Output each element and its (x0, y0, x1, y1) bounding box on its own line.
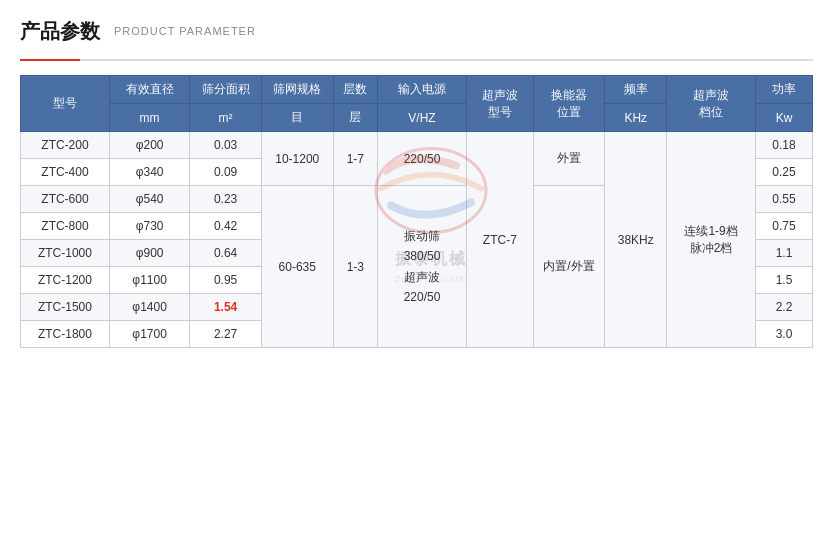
col-layers: 层数 (333, 76, 377, 104)
cell-diameter: φ340 (109, 159, 189, 186)
table-row: ZTC-200 φ200 0.03 10-1200 1-7 220/50 ZTC… (21, 132, 813, 159)
page-header: 产品参数 PRODUCT PARAMETER (20, 18, 813, 45)
cell-area: 0.42 (190, 213, 262, 240)
cell-power: 振动筛380/50超声波220/50 (378, 186, 467, 348)
page-title-en: PRODUCT PARAMETER (114, 25, 256, 39)
cell-area: 0.64 (190, 240, 262, 267)
cell-gear: 连续1-9档脉冲2档 (667, 132, 756, 348)
col-area-unit: m² (190, 104, 262, 132)
cell-watt: 3.0 (756, 321, 813, 348)
cell-watt: 2.2 (756, 294, 813, 321)
cell-diameter: φ1700 (109, 321, 189, 348)
col-freq-unit: KHz (605, 104, 667, 132)
col-power: 输入电源 (378, 76, 467, 104)
cell-mesh: 10-1200 (261, 132, 333, 186)
col-converter: 换能器位置 (533, 76, 605, 132)
cell-model: ZTC-600 (21, 186, 110, 213)
col-layers-unit: 层 (333, 104, 377, 132)
col-model: 型号 (21, 76, 110, 132)
col-diameter: 有效直径 (109, 76, 189, 104)
cell-watt: 0.75 (756, 213, 813, 240)
cell-watt: 1.1 (756, 240, 813, 267)
cell-watt: 1.5 (756, 267, 813, 294)
cell-diameter: φ730 (109, 213, 189, 240)
cell-power: 220/50 (378, 132, 467, 186)
cell-freq: 38KHz (605, 132, 667, 348)
product-table: 型号 有效直径 筛分面积 筛网规格 层数 输入电源 超声波型号 换能器位置 频率… (20, 75, 813, 348)
cell-model: ZTC-1800 (21, 321, 110, 348)
col-power-unit: V/HZ (378, 104, 467, 132)
col-diameter-unit: mm (109, 104, 189, 132)
cell-model: ZTC-1000 (21, 240, 110, 267)
cell-diameter: φ200 (109, 132, 189, 159)
cell-area: 0.23 (190, 186, 262, 213)
cell-watt: 0.18 (756, 132, 813, 159)
col-watt-unit: Kw (756, 104, 813, 132)
cell-model: ZTC-1500 (21, 294, 110, 321)
cell-converter: 外置 (533, 132, 605, 186)
page-title-cn: 产品参数 (20, 18, 100, 45)
col-freq: 频率 (605, 76, 667, 104)
cell-model: ZTC-200 (21, 132, 110, 159)
cell-model: ZTC-400 (21, 159, 110, 186)
col-mesh: 筛网规格 (261, 76, 333, 104)
col-mesh-unit: 目 (261, 104, 333, 132)
cell-mesh: 60-635 (261, 186, 333, 348)
cell-area: 0.09 (190, 159, 262, 186)
cell-sonic-model: ZTC-7 (466, 132, 533, 348)
cell-area: 0.95 (190, 267, 262, 294)
cell-area: 2.27 (190, 321, 262, 348)
cell-watt: 0.55 (756, 186, 813, 213)
cell-watt: 0.25 (756, 159, 813, 186)
cell-model: ZTC-1200 (21, 267, 110, 294)
col-area: 筛分面积 (190, 76, 262, 104)
col-sonic-model: 超声波型号 (466, 76, 533, 132)
cell-diameter: φ1400 (109, 294, 189, 321)
cell-area: 0.03 (190, 132, 262, 159)
cell-model: ZTC-800 (21, 213, 110, 240)
header-underline (20, 59, 813, 61)
cell-diameter: φ900 (109, 240, 189, 267)
col-gear: 超声波档位 (667, 76, 756, 132)
cell-area: 1.54 (190, 294, 262, 321)
cell-converter: 内置/外置 (533, 186, 605, 348)
cell-layers: 1-3 (333, 186, 377, 348)
cell-layers: 1-7 (333, 132, 377, 186)
cell-diameter: φ1100 (109, 267, 189, 294)
col-watt: 功率 (756, 76, 813, 104)
cell-diameter: φ540 (109, 186, 189, 213)
